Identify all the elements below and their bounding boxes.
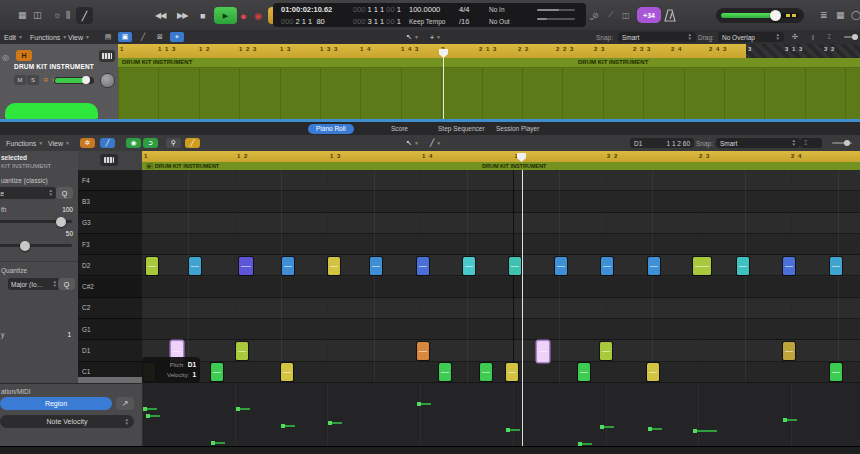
ghost-notes-button[interactable]: ⚲ xyxy=(166,138,181,148)
secondary-tool-button[interactable]: +▼ xyxy=(430,30,441,44)
midi-note[interactable] xyxy=(555,257,567,275)
midi-note[interactable] xyxy=(601,257,613,275)
pr-view-menu[interactable]: View▼ xyxy=(48,136,70,150)
text-tool-icon[interactable]: I xyxy=(806,32,820,42)
tuner-icon[interactable]: ⟋ xyxy=(608,8,614,22)
midi-note[interactable] xyxy=(370,257,382,275)
forward-button[interactable]: ▶▶ xyxy=(177,7,187,24)
piano-key-row[interactable]: D1 xyxy=(78,340,142,361)
midi-note[interactable] xyxy=(737,257,749,275)
piano-key-row[interactable]: C#2 xyxy=(78,277,142,298)
arrange-region[interactable]: DRUM KIT INSTRUMENTDRUM KIT INSTRUMENT xyxy=(118,58,860,119)
midi-draw-button[interactable]: ✲ xyxy=(80,138,95,148)
midi-note[interactable] xyxy=(480,363,492,381)
midi-note[interactable] xyxy=(417,257,429,275)
lcd-display[interactable]: 01:00:02:10.62 0002 1 1 80 0001 1 1 001 … xyxy=(273,3,586,27)
loop-browser-icon[interactable]: ◯ xyxy=(851,8,860,22)
midi-note[interactable] xyxy=(506,363,518,381)
pan-knob[interactable] xyxy=(100,73,115,88)
erase-icon[interactable]: ⊠ xyxy=(153,32,167,42)
midi-note[interactable] xyxy=(189,257,201,275)
automation-icon[interactable]: ⌖ xyxy=(170,32,184,42)
master-volume-slider[interactable] xyxy=(716,8,804,23)
solo-off-icon[interactable]: ◫ xyxy=(622,8,630,22)
functions-menu[interactable]: Functions▼ xyxy=(30,30,67,44)
piano-key-row[interactable]: C2 xyxy=(78,298,142,319)
list-icon[interactable]: ≣ xyxy=(820,8,828,22)
piano-key-row[interactable]: F3 xyxy=(78,234,142,255)
mute-button[interactable]: M xyxy=(14,75,26,85)
pencil-icon[interactable]: ╱ xyxy=(136,32,150,42)
keyboard-view-button[interactable] xyxy=(100,154,118,166)
tab-piano-roll[interactable]: Piano Roll xyxy=(308,124,354,134)
pr-pencil-tool[interactable]: ╱▼ xyxy=(430,136,441,150)
quick-help-pencil-button[interactable]: ╱ xyxy=(76,7,93,24)
track-volume-slider[interactable] xyxy=(54,77,94,84)
edit-menu[interactable]: Edit▼ xyxy=(4,30,23,44)
pr-functions-menu[interactable]: Functions▼ xyxy=(6,136,43,150)
midi-note[interactable] xyxy=(693,257,711,275)
piano-key-row[interactable]: G1 xyxy=(78,319,142,340)
inspector-icon[interactable]: ◫ xyxy=(33,8,42,22)
midi-note[interactable] xyxy=(537,341,549,362)
midi-note[interactable] xyxy=(600,342,612,360)
piano-key-row[interactable]: F4 xyxy=(78,170,142,191)
pr-pointer-tool[interactable]: ↖▼ xyxy=(406,136,419,150)
midi-note[interactable] xyxy=(211,363,223,381)
view-menu[interactable]: View▼ xyxy=(68,30,90,44)
track-power-icon[interactable]: ◎ xyxy=(2,50,9,64)
monitor-icon[interactable]: ▦ xyxy=(18,8,27,22)
record-enable-button[interactable]: ◉ xyxy=(254,7,262,24)
tab-score[interactable]: Score xyxy=(383,124,416,134)
bracket-icon[interactable]: ⌶ xyxy=(822,32,836,42)
tab-session-player[interactable]: Session Player xyxy=(488,124,547,134)
midi-note[interactable] xyxy=(648,257,660,275)
range-slider[interactable] xyxy=(0,244,72,247)
hide-track-button[interactable]: H xyxy=(16,50,32,61)
mixer-icon[interactable]: ⫼ xyxy=(66,8,70,22)
settings-icon[interactable]: ☼ xyxy=(53,8,61,22)
track-name[interactable]: DRUM KIT INSTRUMENT xyxy=(14,63,94,70)
piano-roll-grid[interactable] xyxy=(142,170,860,383)
midi-note[interactable] xyxy=(239,257,253,275)
tab-step-sequencer[interactable]: Step Sequencer xyxy=(430,124,493,134)
snap-dropdown[interactable]: Smart▲▼ xyxy=(618,32,696,42)
midi-note[interactable] xyxy=(417,342,429,360)
metronome-icon[interactable] xyxy=(664,8,676,22)
strength-slider[interactable] xyxy=(0,220,72,223)
zoom-slider[interactable] xyxy=(840,32,860,42)
midi-note[interactable] xyxy=(783,257,795,275)
midi-note[interactable] xyxy=(647,363,659,381)
count-in-badge[interactable]: +34 xyxy=(637,7,661,23)
velocity-playhead[interactable] xyxy=(522,383,523,446)
pr-snap-dropdown[interactable]: Smart▲▼ xyxy=(716,138,800,148)
quantize-apply-button[interactable]: Q xyxy=(56,187,73,199)
midi-note[interactable] xyxy=(578,363,590,381)
region-mode-button[interactable]: Region xyxy=(0,397,112,410)
library-icon[interactable]: ▦ xyxy=(836,8,845,22)
range-value[interactable]: 50 xyxy=(66,230,73,237)
midi-note[interactable] xyxy=(783,342,795,360)
catch-button[interactable]: ➲ xyxy=(143,138,158,148)
midi-note[interactable] xyxy=(830,257,842,275)
drag-dropdown[interactable]: No Overlap▲▼ xyxy=(718,32,784,42)
track-icon-keyboard[interactable] xyxy=(99,50,115,62)
record-button[interactable]: ● xyxy=(240,7,247,24)
scale-dropdown[interactable]: Major (Io…▲▼ xyxy=(8,278,60,290)
midi-note[interactable] xyxy=(236,342,248,360)
pointer-tool-button[interactable]: ↖▼ xyxy=(406,30,419,44)
midi-note[interactable] xyxy=(282,257,294,275)
midi-note[interactable] xyxy=(830,363,842,381)
midi-note[interactable] xyxy=(281,363,293,381)
no-input-icon[interactable]: ⊘ xyxy=(592,8,599,22)
piano-roll-ruler[interactable]: 11 21 31 422 22 32 4 xyxy=(142,151,860,162)
arrange-ruler[interactable]: 11 1 31 21 2 31 31 3 31 41 4 322 1 32 22… xyxy=(118,44,860,58)
rewind-button[interactable]: ◀◀ xyxy=(155,7,165,24)
midi-note[interactable] xyxy=(439,363,451,381)
solo-button[interactable]: S xyxy=(27,75,39,85)
arrange-playhead[interactable] xyxy=(443,58,444,119)
cycle-range[interactable] xyxy=(118,44,746,58)
marquee-icon[interactable]: ▣ xyxy=(118,32,132,42)
scale-apply-button[interactable]: Q xyxy=(58,278,75,290)
midi-in-button[interactable]: ◉ xyxy=(126,138,141,148)
